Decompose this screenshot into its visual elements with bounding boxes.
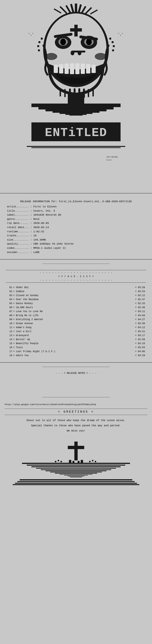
svg-rect-95	[13, 484, 139, 485]
svg-rect-99	[78, 461, 79, 463]
svg-rect-84	[68, 476, 84, 476]
track-number: 12	[7, 330, 12, 334]
svg-rect-93	[17, 481, 135, 482]
track-item: 02 > Zombie < 03:53	[6, 290, 146, 294]
svg-rect-28	[81, 64, 85, 74]
svg-rect-77	[36, 468, 116, 469]
track-item: 07 > Love You to Love Me < 03:11	[6, 310, 146, 314]
svg-rect-66	[30, 35, 31, 36]
track-title: > Everything I Wanted	[13, 318, 43, 322]
track-item: 15 > Beautiful People < 03:16	[6, 342, 146, 346]
track-duration: < 03:28	[135, 286, 145, 290]
svg-rect-75	[27, 465, 125, 466]
track-number: 08	[7, 314, 12, 318]
svg-rect-49	[112, 41, 114, 43]
svg-rect-62	[31, 147, 121, 148]
track-item: 01 > Sk8er Boi < 03:28	[6, 286, 146, 290]
track-item: 04 > Over the Rainbow < 02:47	[6, 298, 146, 302]
track-left: 04 > Over the Rainbow	[7, 298, 38, 302]
svg-rect-44	[41, 38, 43, 40]
track-title: > Dance Monkey	[13, 302, 33, 306]
track-duration: < 03:11	[135, 310, 145, 314]
svg-rect-87	[58, 460, 59, 461]
svg-rect-32	[60, 90, 61, 96]
svg-rect-26	[70, 63, 74, 74]
track-duration: < 03:53	[135, 346, 145, 350]
svg-rect-97	[81, 460, 83, 463]
track-number: 03	[7, 294, 12, 298]
track-title: > Burnin' Up	[13, 338, 30, 342]
svg-rect-96	[69, 460, 71, 463]
svg-text:ENTiTLED: ENTiTLED	[45, 126, 107, 140]
track-duration: < 03:53	[135, 290, 145, 294]
svg-rect-82	[60, 474, 92, 474]
svg-rect-68	[118, 33, 119, 34]
svg-point-16	[60, 38, 66, 45]
svg-rect-70	[122, 33, 123, 34]
track-title: > Adam's Song	[13, 326, 31, 330]
track-number: 18	[7, 354, 12, 358]
svg-rect-57	[66, 114, 86, 115]
svg-rect-37	[83, 88, 85, 98]
tracklist-section: - - - - - - - - - - - - - - - - - - - - …	[0, 266, 152, 363]
track-title: > Just a Girl	[13, 330, 31, 334]
track-duration: < 04:12	[135, 326, 145, 330]
svg-rect-92	[20, 479, 132, 480]
track-item: 10 > Ocean Avenue < 03:38	[6, 322, 146, 326]
svg-rect-56	[60, 113, 92, 114]
svg-rect-45	[38, 41, 40, 43]
svg-rect-79	[46, 470, 106, 471]
track-left: 01 > Sk8er Boi	[7, 286, 29, 290]
track-item: 05 > Dance Monkey < 02:33	[6, 302, 146, 306]
track-number: 17	[7, 350, 12, 354]
track-left: 18 > Adore You	[7, 354, 29, 358]
svg-rect-25	[65, 64, 69, 74]
track-title: > Adore You	[13, 354, 29, 358]
svg-rect-65	[29, 33, 30, 34]
greetings-header: < GREETINGS >	[5, 408, 147, 415]
svg-rect-54	[46, 110, 106, 111]
track-number: 06	[7, 306, 12, 310]
track-left: 14 > Burnin' Up	[7, 338, 30, 342]
deco-border-top: ________________________________________…	[5, 262, 147, 264]
svg-rect-33	[64, 89, 66, 97]
svg-rect-43	[70, 28, 82, 32]
track-number: 13	[7, 334, 12, 338]
divider-mid: ________________________________________…	[0, 363, 152, 370]
svg-rect-38	[88, 89, 89, 97]
track-item: 11 > Adam's Song < 04:12	[6, 326, 146, 330]
track-item: 16 > Toxic < 03:53	[6, 346, 146, 350]
track-left: 13 > Graveyard	[7, 334, 29, 338]
greetings-text: Shout out to all of those who keep the d…	[5, 418, 147, 433]
track-duration: < 03:16	[135, 342, 145, 346]
track-number: 16	[7, 346, 12, 350]
svg-rect-73	[68, 446, 84, 449]
track-item: 03 > Closed on Sunday < 02:12	[6, 294, 146, 298]
track-number: 11	[7, 326, 12, 330]
track-title: > Graveyard	[13, 334, 29, 338]
svg-rect-76	[31, 466, 121, 467]
svg-rect-89	[89, 461, 90, 462]
track-duration: < 03:21	[135, 330, 145, 334]
svg-rect-53	[38, 107, 114, 110]
bottom-artwork-svg	[8, 439, 144, 486]
tracklist-border-bottom: - - - - - - - - - - - - - - - - - - - - …	[6, 279, 146, 282]
track-duration: < 03:17	[135, 334, 145, 338]
track-left: 08 > Bring Me to Life	[7, 314, 38, 318]
svg-rect-90	[92, 460, 93, 461]
svg-rect-80	[50, 472, 102, 472]
track-duration: < 02:48	[135, 306, 145, 310]
track-title: > Zombie	[13, 290, 24, 294]
svg-rect-51	[112, 50, 114, 51]
track-number: 07	[7, 310, 12, 314]
svg-rect-52	[31, 104, 121, 107]
svg-rect-39	[92, 90, 94, 96]
track-title: > Toxic	[13, 346, 23, 350]
store-url[interactable]: https://play.google.com/store/music/albu…	[5, 404, 147, 406]
svg-rect-50	[113, 45, 115, 47]
track-left: 17 > Last Friday Night (T.G.I.F.)	[7, 350, 55, 354]
svg-rect-23	[54, 65, 58, 73]
track-left: 15 > Beautiful People	[7, 342, 38, 346]
track-left: 10 > Ocean Avenue	[7, 322, 33, 326]
track-number: 04	[7, 298, 12, 302]
